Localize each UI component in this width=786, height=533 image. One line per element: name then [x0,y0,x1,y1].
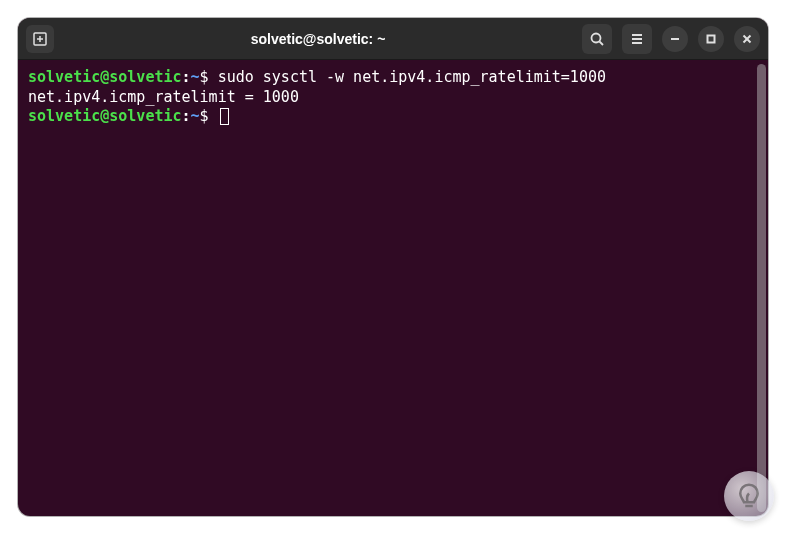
prompt-user: solvetic@solvetic [28,107,182,125]
minimize-button[interactable] [662,26,688,52]
maximize-button[interactable] [698,26,724,52]
new-tab-icon [32,31,48,47]
watermark-logo [724,471,774,521]
svg-point-3 [592,33,601,42]
cursor [220,108,229,125]
titlebar-left [26,25,54,53]
titlebar: solvetic@solvetic: ~ [18,18,768,60]
prompt-dollar: $ [200,68,218,86]
close-button[interactable] [734,26,760,52]
terminal-line: net.ipv4.icmp_ratelimit = 1000 [28,88,758,108]
window-title: solvetic@solvetic: ~ [54,31,582,47]
titlebar-right [582,24,760,54]
prompt-path: ~ [191,107,200,125]
prompt-path: ~ [191,68,200,86]
terminal-line: solvetic@solvetic:~$ sudo sysctl -w net.… [28,68,758,88]
prompt-separator: : [182,107,191,125]
minimize-icon [670,34,680,44]
search-button[interactable] [582,24,612,54]
scrollbar[interactable] [757,64,766,512]
terminal-content[interactable]: solvetic@solvetic:~$ sudo sysctl -w net.… [18,60,768,516]
search-icon [589,31,605,47]
hamburger-icon [629,31,645,47]
menu-button[interactable] [622,24,652,54]
command-text: sudo sysctl -w net.ipv4.icmp_ratelimit=1… [218,68,606,86]
terminal-window: solvetic@solvetic: ~ [18,18,768,516]
close-icon [742,34,752,44]
new-tab-button[interactable] [26,25,54,53]
prompt-separator: : [182,68,191,86]
terminal-line: solvetic@solvetic:~$ [28,107,758,127]
svg-rect-9 [708,35,715,42]
maximize-icon [706,34,716,44]
lightbulb-icon [734,481,764,511]
prompt-user: solvetic@solvetic [28,68,182,86]
prompt-dollar: $ [200,107,218,125]
output-text: net.ipv4.icmp_ratelimit = 1000 [28,88,299,106]
svg-line-4 [600,41,604,45]
